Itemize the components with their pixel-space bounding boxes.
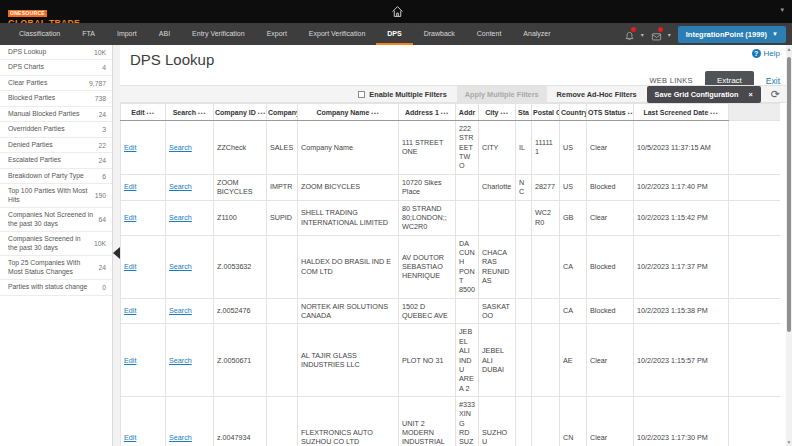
topbar-dropdown-caret[interactable]: ▾ bbox=[780, 6, 784, 14]
nav-tab-classification[interactable]: Classification bbox=[8, 23, 71, 45]
column-header-company-name[interactable]: Company Name••• bbox=[298, 104, 399, 121]
sidebar-item-breakdown-of-party-type[interactable]: Breakdown of Party Type6 bbox=[0, 169, 112, 184]
column-header-edit[interactable]: Edit••• bbox=[121, 104, 166, 121]
column-menu-icon[interactable]: ••• bbox=[441, 110, 449, 116]
edit-link[interactable]: Edit bbox=[124, 182, 136, 191]
nav-tab-fta[interactable]: FTA bbox=[71, 23, 106, 45]
messages-caret-icon[interactable]: ▾ bbox=[668, 31, 671, 38]
column-header-country[interactable]: Country bbox=[560, 104, 587, 121]
save-grid-close-icon[interactable]: × bbox=[749, 90, 753, 99]
column-menu-icon[interactable]: ••• bbox=[710, 110, 718, 116]
search-link[interactable]: Search bbox=[169, 262, 192, 271]
column-menu-icon[interactable]: ••• bbox=[628, 110, 634, 116]
column-menu-icon[interactable]: ••• bbox=[146, 110, 154, 116]
nav-tab-drawback[interactable]: Drawback bbox=[413, 23, 466, 45]
edit-link[interactable]: Edit bbox=[124, 213, 136, 222]
scrollbar-thumb[interactable] bbox=[787, 57, 791, 332]
vertical-scrollbar[interactable]: ▲ ▼ bbox=[786, 45, 792, 446]
edit-cell: Edit bbox=[121, 298, 166, 324]
table-row: EditSearchZOOM BICYCLESIMPTRZOOM BICYCLE… bbox=[121, 174, 781, 200]
column-header-ots-status[interactable]: OTS Status••• bbox=[587, 104, 634, 121]
sidebar-item-denied-parties[interactable]: Denied Parties22 bbox=[0, 138, 112, 153]
enable-multiple-filters-label: Enable Multiple Filters bbox=[369, 90, 446, 99]
edit-link[interactable]: Edit bbox=[124, 306, 136, 315]
edit-cell: Edit bbox=[121, 396, 166, 446]
search-link[interactable]: Search bbox=[169, 143, 192, 152]
column-header-company-ty[interactable]: Company Ty bbox=[267, 104, 298, 121]
save-grid-configuration-button[interactable]: Save Grid Configuration × bbox=[647, 86, 761, 103]
column-header-sta[interactable]: Sta bbox=[516, 104, 532, 121]
cell: JEBEL ALI INDU AREA 2 bbox=[456, 324, 479, 397]
nav-tab-content[interactable]: Content bbox=[466, 23, 513, 45]
edit-link[interactable]: Edit bbox=[124, 356, 136, 365]
exit-link[interactable]: Exit bbox=[766, 76, 780, 86]
notifications-caret-icon[interactable]: ▾ bbox=[641, 31, 644, 38]
sidebar-item-count: 738 bbox=[95, 95, 106, 102]
cell bbox=[456, 174, 479, 200]
nav-tab-entry-verification[interactable]: Entry Verification bbox=[181, 23, 256, 45]
column-header-company-id[interactable]: Company ID••• bbox=[214, 104, 267, 121]
column-header-addr[interactable]: Addr bbox=[456, 104, 479, 121]
sidebar-item-dps-charts[interactable]: DPS Charts4 bbox=[0, 60, 112, 75]
nav-tab-abi[interactable]: ABI bbox=[148, 23, 181, 45]
home-icon[interactable] bbox=[391, 4, 404, 17]
cell: CHACARAS REUNIDAS bbox=[479, 235, 516, 298]
column-menu-icon[interactable]: ••• bbox=[198, 110, 206, 116]
search-link[interactable]: Search bbox=[169, 182, 192, 191]
nav-tab-analyzer[interactable]: Analyzer bbox=[512, 23, 561, 45]
column-header-city[interactable]: City••• bbox=[479, 104, 516, 121]
sidebar-item-label: Top 100 Parties With Most Hits bbox=[8, 187, 91, 204]
sidebar-item-blocked-parties[interactable]: Blocked Parties738 bbox=[0, 91, 112, 106]
nav-items: ClassificationFTAImportABIEntry Verifica… bbox=[0, 23, 562, 45]
help-link[interactable]: ? Help bbox=[752, 49, 780, 58]
nav-tab-export-verification[interactable]: Export Verification bbox=[298, 23, 376, 45]
edit-link[interactable]: Edit bbox=[124, 143, 136, 152]
column-header-postal-c[interactable]: Postal C bbox=[532, 104, 560, 121]
sidebar-item-overridden-parties[interactable]: Overridden Parties3 bbox=[0, 122, 112, 137]
cell: Company Name bbox=[298, 121, 399, 175]
column-label: Company ID bbox=[215, 109, 256, 116]
column-header-last-screened-date[interactable]: Last Screened Date••• bbox=[634, 104, 729, 121]
cell: IL bbox=[516, 121, 532, 175]
sidebar-item-escalated-parties[interactable]: Escalated Parties24 bbox=[0, 153, 112, 168]
web-links-link[interactable]: WEB LINKS bbox=[649, 76, 693, 85]
scroll-down-arrow-icon[interactable]: ▼ bbox=[786, 439, 792, 445]
column-header-address-1[interactable]: Address 1••• bbox=[399, 104, 456, 121]
column-menu-icon[interactable]: ••• bbox=[371, 110, 379, 116]
messages-envelope-icon[interactable] bbox=[651, 28, 665, 40]
sidebar-item-dps-lookup[interactable]: DPS Lookup10K bbox=[0, 45, 112, 60]
sidebar-item-label: Breakdown of Party Type bbox=[8, 172, 84, 180]
cell: ZOOM BICYCLES bbox=[298, 174, 399, 200]
user-account-button[interactable]: IntegrationPoint (1999) ▼ bbox=[678, 26, 786, 43]
column-menu-icon[interactable]: ••• bbox=[500, 110, 508, 116]
sidebar-item-parties-with-status-change[interactable]: Parties with status change0 bbox=[0, 280, 112, 295]
sidebar-item-companies-not-screened-in-the-past-30-days[interactable]: Companies Not Screened in the past 30 da… bbox=[0, 208, 112, 232]
remove-adhoc-filters-button[interactable]: Remove Ad-Hoc Filters bbox=[557, 90, 637, 99]
cell: Charlotte bbox=[479, 174, 516, 200]
search-link[interactable]: Search bbox=[169, 213, 192, 222]
search-link[interactable]: Search bbox=[169, 433, 192, 442]
edit-link[interactable]: Edit bbox=[124, 433, 136, 442]
nav-tab-import[interactable]: Import bbox=[106, 23, 148, 45]
sidebar-collapse-handle[interactable] bbox=[113, 247, 120, 259]
sidebar-item-manual-blocked-parties[interactable]: Manual Blocked Parties24 bbox=[0, 107, 112, 122]
enable-multiple-filters-checkbox[interactable] bbox=[358, 91, 365, 98]
cell: CA bbox=[560, 298, 587, 324]
column-header-search[interactable]: Search••• bbox=[166, 104, 214, 121]
sidebar-item-companies-screened-in-the-past-30-days[interactable]: Companies Screened in the past 30 days10… bbox=[0, 232, 112, 256]
nav-tab-dps[interactable]: DPS bbox=[376, 23, 412, 45]
notifications-bell-icon[interactable] bbox=[624, 28, 638, 40]
column-menu-icon[interactable]: ••• bbox=[258, 110, 266, 116]
search-link[interactable]: Search bbox=[169, 356, 192, 365]
scroll-up-arrow-icon[interactable]: ▲ bbox=[786, 46, 792, 52]
cell: z.0052476 bbox=[214, 298, 267, 324]
sidebar-item-label: Overridden Parties bbox=[8, 125, 65, 133]
sidebar-item-top-100-parties-with-most-hits[interactable]: Top 100 Parties With Most Hits190 bbox=[0, 184, 112, 208]
search-link[interactable]: Search bbox=[169, 306, 192, 315]
refresh-icon[interactable]: ⟳ bbox=[771, 89, 780, 100]
sidebar-item-top-25-companies-with-most-status-changes[interactable]: Top 25 Companies With Most Status Change… bbox=[0, 256, 112, 280]
sidebar-item-clear-parties[interactable]: Clear Parties9,787 bbox=[0, 76, 112, 91]
edit-link[interactable]: Edit bbox=[124, 262, 136, 271]
apply-multiple-filters-button[interactable]: Apply Multiple Filters bbox=[457, 86, 547, 103]
nav-tab-export[interactable]: Export bbox=[256, 23, 298, 45]
